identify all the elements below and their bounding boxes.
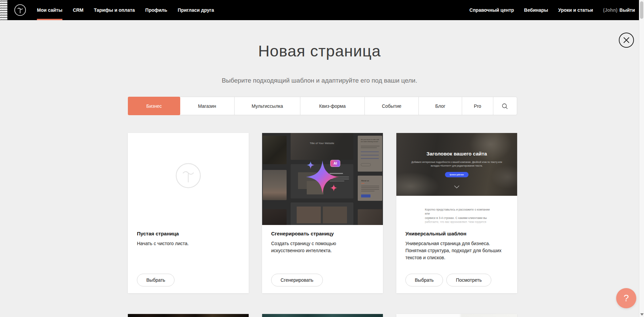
scrollbar[interactable] (639, 0, 644, 317)
mosaic-tile (263, 170, 287, 200)
mosaic-tile-hero: Title of Your Website (291, 133, 353, 160)
card-description: Создать страницу с помощью искусственног… (271, 240, 374, 254)
chevron-down-icon (454, 185, 459, 188)
nav-item-help-center[interactable]: Справочный центр (469, 0, 514, 20)
template-hero-subtitle: Добавьте интересные подробности о вашей … (406, 161, 507, 168)
tab-quiz-form[interactable]: Квиз-форма (300, 97, 364, 115)
card-title: Сгенерировать страницу (271, 231, 374, 236)
card-description: Универсальная страница для бизнеса. Поня… (405, 240, 508, 261)
mosaic-tile (263, 136, 287, 164)
tab-multilink[interactable]: Мультиссылка (234, 97, 300, 115)
ai-badge: AI (330, 160, 340, 167)
help-button[interactable]: ? (616, 288, 636, 308)
ai-sparkle-small-icon (307, 161, 314, 169)
generate-button[interactable]: Сгенерировать (271, 274, 323, 286)
template-card-partial[interactable] (396, 314, 517, 317)
mosaic-tile (263, 209, 287, 225)
top-navigation-bar: Мои сайты CRM Тарифы и оплата Профиль Пр… (0, 0, 639, 20)
main-menu: Мои сайты CRM Тарифы и оплата Профиль Пр… (37, 0, 214, 20)
select-button[interactable]: Выбрать (137, 274, 175, 286)
template-card-partial[interactable] (128, 314, 249, 317)
template-mosaic: Title of Your Website Get your house in … (262, 133, 383, 225)
tab-business[interactable]: Бизнес (128, 97, 180, 115)
mosaic-about-label: About us (361, 180, 369, 182)
nav-item-pricing[interactable]: Тарифы и оплата (94, 0, 135, 20)
template-card-partial[interactable] (262, 314, 383, 317)
template-category-tabs: Бизнес Магазин Мультиссылка Квиз-форма С… (128, 97, 517, 115)
preview-button[interactable]: Посмотреть (446, 274, 491, 286)
nav-item-profile[interactable]: Профиль (145, 0, 167, 20)
template-cta-button: Целевое действие (445, 172, 468, 177)
template-card-blank: Пустая страница Начать с чистого листа. … (128, 133, 249, 293)
card-title: Универсальный шаблон (405, 231, 508, 236)
logout-label: Выйти (620, 7, 635, 13)
search-icon (502, 103, 508, 109)
nav-item-crm[interactable]: CRM (73, 0, 84, 20)
mosaic-tile (291, 202, 353, 225)
scrollbar-thumb[interactable] (640, 1, 643, 19)
mosaic-hero-title: Title of Your Website (291, 142, 353, 145)
template-card-generate: Title of Your Website Get your house in … (262, 133, 383, 293)
select-button[interactable]: Выбрать (405, 274, 443, 286)
nav-item-invite-friend[interactable]: Пригласи друга (178, 0, 214, 20)
tab-shop[interactable]: Магазин (180, 97, 234, 115)
page-title: Новая страница (0, 42, 639, 60)
tilda-watermark-icon (176, 163, 201, 188)
scrollbar-down-arrow-icon[interactable] (640, 313, 644, 316)
logout-link[interactable]: (John) Выйти (603, 0, 635, 20)
tab-search[interactable] (493, 97, 516, 115)
fade-overlay (396, 220, 517, 225)
template-card-universal: Заголовок вашего сайта Добавьте интересн… (396, 133, 517, 293)
ai-sparkle-small-icon (330, 184, 337, 191)
ai-preview: Title of Your Website Get your house in … (262, 133, 383, 225)
tab-event[interactable]: Событие (364, 97, 418, 115)
nav-item-lessons[interactable]: Уроки и статьи (558, 0, 593, 20)
card-description: Начать с чистого листа. (137, 240, 240, 247)
tab-pro[interactable]: Pro (462, 97, 493, 115)
template-hero-title: Заголовок вашего сайта (396, 151, 517, 156)
tilda-logo-icon[interactable] (14, 4, 26, 16)
nav-item-my-sites[interactable]: Мои сайты (37, 0, 62, 20)
blank-preview (128, 133, 249, 225)
mosaic-tile-heading: Get your house in order with our smart c… (361, 139, 380, 142)
template-hero-image: Заголовок вашего сайта Добавьте интересн… (396, 133, 517, 196)
squiggle-edge-decoration (0, 0, 7, 20)
tab-blog[interactable]: Блог (418, 97, 462, 115)
secondary-menu: Справочный центр Вебинары Уроки и статьи… (469, 0, 635, 20)
mosaic-tile (358, 209, 382, 225)
universal-preview: Заголовок вашего сайта Добавьте интересн… (396, 133, 517, 225)
page-subtitle: Выберите подходящий шаблон и адаптируйте… (0, 77, 639, 84)
card-title: Пустая страница (137, 231, 240, 236)
mosaic-tile-about: About us (358, 176, 382, 201)
nav-item-webinars[interactable]: Вебинары (524, 0, 548, 20)
user-name: (John) (603, 7, 617, 13)
mosaic-tile: Get your house in order with our smart c… (358, 136, 382, 172)
